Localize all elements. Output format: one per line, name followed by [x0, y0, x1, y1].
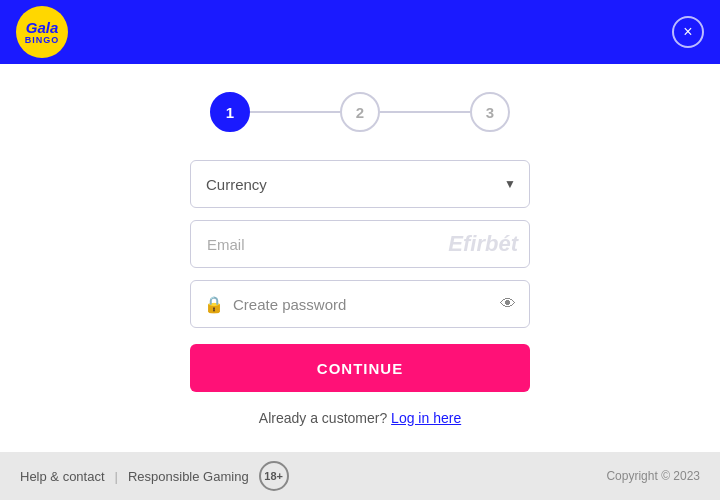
- responsible-gaming-link[interactable]: Responsible Gaming: [128, 469, 249, 484]
- step-line-1: [250, 111, 340, 113]
- footer: Help & contact | Responsible Gaming 18+ …: [0, 452, 720, 500]
- step-2-circle: 2: [340, 92, 380, 132]
- currency-select[interactable]: GBP - British Pound EUR - Euro USD - US …: [190, 160, 530, 208]
- registration-form: GBP - British Pound EUR - Euro USD - US …: [190, 160, 530, 392]
- email-input[interactable]: [190, 220, 530, 268]
- step-3-circle: 3: [470, 92, 510, 132]
- close-icon: ×: [683, 23, 692, 41]
- logo[interactable]: Gala BINGO: [16, 6, 68, 58]
- logo-gala-text: Gala: [26, 20, 59, 35]
- password-wrapper: 🔒 👁: [190, 280, 530, 328]
- footer-divider: |: [115, 469, 118, 484]
- main-content: 1 2 3 GBP - British Pound EUR - Euro USD…: [0, 64, 720, 452]
- currency-wrapper: GBP - British Pound EUR - Euro USD - US …: [190, 160, 530, 208]
- footer-links: Help & contact | Responsible Gaming 18+: [20, 461, 289, 491]
- step-line-2: [380, 111, 470, 113]
- step-1-circle: 1: [210, 92, 250, 132]
- age-badge: 18+: [259, 461, 289, 491]
- close-button[interactable]: ×: [672, 16, 704, 48]
- already-customer-text: Already a customer? Log in here: [259, 410, 461, 426]
- continue-button[interactable]: CONTINUE: [190, 344, 530, 392]
- login-link[interactable]: Log in here: [391, 410, 461, 426]
- header: Gala BINGO ×: [0, 0, 720, 64]
- password-input[interactable]: [190, 280, 530, 328]
- eye-icon[interactable]: 👁: [500, 295, 516, 313]
- logo-bingo-text: BINGO: [25, 35, 60, 45]
- help-contact-link[interactable]: Help & contact: [20, 469, 105, 484]
- email-wrapper: Efirbét: [190, 220, 530, 268]
- copyright-text: Copyright © 2023: [606, 469, 700, 483]
- step-indicator: 1 2 3: [210, 92, 510, 132]
